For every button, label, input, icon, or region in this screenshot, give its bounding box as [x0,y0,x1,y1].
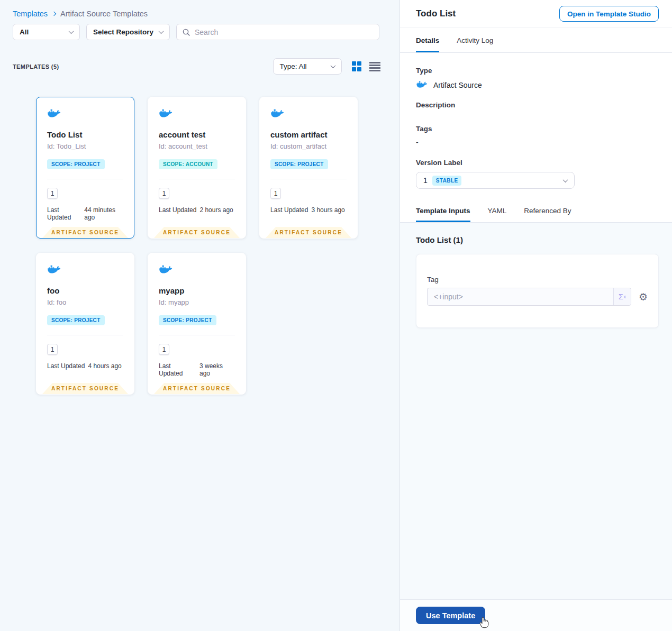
repository-filter-dropdown[interactable]: Select Repository [86,24,170,40]
tab-activity-log[interactable]: Activity Log [457,28,493,52]
last-updated-label: Last Updated [47,206,81,221]
search-input[interactable] [195,28,374,36]
scope-badge: SCOPE: PROJECT [47,315,105,325]
templates-count: TEMPLATES (5) [13,63,59,70]
template-card-custom-artifact[interactable]: custom artifact Id: custom_artifact SCOP… [259,97,358,239]
template-title: account test [159,130,235,139]
repository-filter-value: Select Repository [93,28,153,36]
last-updated: Last Updated 44 minutes ago [47,206,123,221]
runtime-input-type-button[interactable]: Σx [613,288,631,305]
template-id: Id: foo [47,298,123,306]
template-card-account-test[interactable]: account test Id: account_test SCOPE: ACC… [148,97,246,239]
artifact-source-ribbon: ARTIFACT SOURCE [42,383,128,394]
template-card-myapp[interactable]: myapp Id: myapp SCOPE: PROJECT 1 Last Up… [148,253,246,395]
app-window: Templates Artifact Source Templates All … [0,0,672,631]
type-label: Type [416,67,656,75]
template-id: Id: myapp [159,298,235,306]
details-header: Todo List Open in Template Studio [400,0,672,28]
docker-icon [159,109,173,120]
view-toggle [352,61,381,71]
list-view-icon[interactable] [369,62,380,71]
divider [159,335,235,335]
divider [270,179,347,179]
version-count-badge: 1 [47,344,58,355]
template-card-foo[interactable]: foo Id: foo SCOPE: PROJECT 1 Last Update… [36,253,134,395]
last-updated-label: Last Updated [47,362,85,370]
divider [159,179,235,179]
templates-grid: Todo List Id: Todo_List SCOPE: PROJECT 1… [36,97,399,395]
template-inputs-content: Todo List (1) Tag Σx ⚙ [400,223,672,599]
scope-badge: SCOPE: PROJECT [159,315,216,325]
inputs-tabbar: Template Inputs YAML Referenced By [400,199,672,223]
details-section: Type Artifact Source Description Tags - … [400,53,672,199]
docker-icon [47,265,61,276]
template-details-panel: Todo List Open in Template Studio Detail… [399,0,672,631]
scope-badge: SCOPE: ACCOUNT [159,159,217,169]
last-updated: Last Updated 4 hours ago [47,362,123,370]
chevron-down-icon [159,29,164,34]
breadcrumb-templates-link[interactable]: Templates [13,10,48,18]
chevron-down-icon [563,177,568,182]
last-updated: Last Updated 2 hours ago [159,206,235,214]
tag-runtime-input: Σx [427,288,631,306]
grid-view-icon[interactable] [352,61,362,71]
docker-icon [270,109,285,120]
last-updated-value: 4 hours ago [88,362,121,370]
template-id: Id: account_test [159,142,235,150]
divider [47,179,123,179]
template-title: myapp [159,286,235,295]
template-title: foo [47,286,123,295]
tags-value: - [416,138,656,148]
tags-label: Tags [416,125,656,133]
tab-details[interactable]: Details [416,28,439,52]
template-card-todo-list[interactable]: Todo List Id: Todo_List SCOPE: PROJECT 1… [36,97,134,239]
inputs-heading: Todo List (1) [416,235,672,244]
template-title: custom artifact [270,130,347,139]
panel-title: Todo List [416,8,559,19]
description-label: Description [416,101,656,109]
use-template-button[interactable]: Use Template [416,607,485,624]
last-updated-value: 2 hours ago [199,206,233,214]
tab-template-inputs[interactable]: Template Inputs [416,199,470,222]
type-filter-dropdown[interactable]: Type: All [273,58,342,75]
filter-row: All Select Repository [0,18,399,40]
gear-icon[interactable]: ⚙ [639,292,648,302]
docker-icon [416,81,428,90]
tag-input[interactable] [427,288,631,306]
template-id: Id: Todo_List [47,142,123,150]
artifact-source-ribbon: ARTIFACT SOURCE [154,227,240,238]
template-title: Todo List [47,130,123,139]
last-updated-label: Last Updated [159,206,196,214]
docker-icon [159,265,173,276]
scope-filter-dropdown[interactable]: All [13,24,80,40]
version-value: 1 [423,176,428,185]
breadcrumb: Templates Artifact Source Templates [0,0,399,18]
open-template-studio-button[interactable]: Open in Template Studio [559,6,659,22]
last-updated: Last Updated 3 hours ago [270,206,347,214]
stable-badge: STABLE [432,176,462,186]
breadcrumb-chevron-icon [52,12,56,16]
artifact-source-ribbon: ARTIFACT SOURCE [266,227,351,238]
chevron-down-icon [69,29,74,34]
tab-yaml[interactable]: YAML [488,199,507,222]
docker-icon [47,109,61,120]
version-count-badge: 1 [159,188,169,199]
last-updated: Last Updated 3 weeks ago [159,362,235,377]
search-icon [182,28,190,36]
scope-filter-value: All [20,28,29,36]
tag-input-row: Σx ⚙ [427,288,648,306]
details-tabbar: Details Activity Log [400,28,672,53]
last-updated-value: 44 minutes ago [84,206,123,221]
inputs-card: Tag Σx ⚙ [416,254,659,328]
scope-badge: SCOPE: PROJECT [270,159,328,169]
version-label: Version Label [416,159,656,167]
templates-list-panel: Templates Artifact Source Templates All … [0,0,399,631]
tab-referenced-by[interactable]: Referenced By [524,199,571,222]
version-dropdown[interactable]: 1 STABLE [416,172,575,189]
artifact-source-ribbon: ARTIFACT SOURCE [42,227,128,238]
scope-badge: SCOPE: PROJECT [47,159,105,169]
version-count-badge: 1 [270,188,281,199]
search-box[interactable] [176,24,379,40]
breadcrumb-current: Artifact Source Templates [60,10,148,18]
type-value: Artifact Source [433,81,482,89]
